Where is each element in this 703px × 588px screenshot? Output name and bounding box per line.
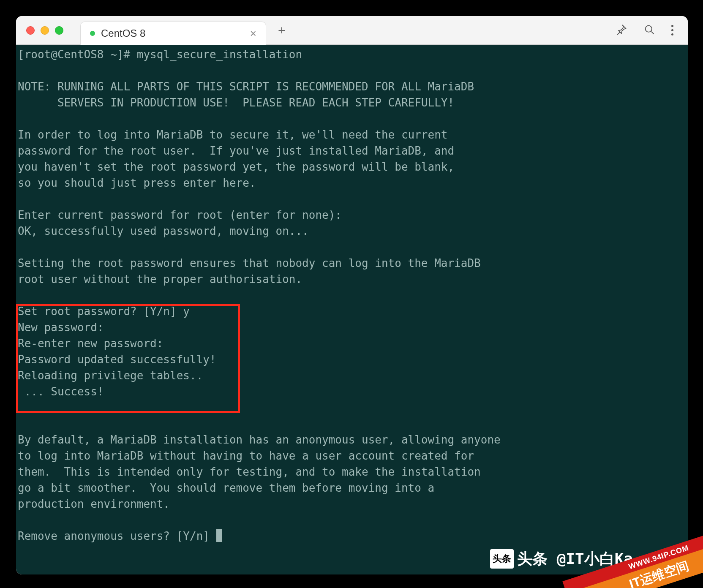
command-text: mysql_secure_installation bbox=[137, 48, 302, 61]
tab-centos8[interactable]: CentOS 8 × bbox=[80, 22, 266, 45]
terminal-line: production environment. bbox=[18, 498, 170, 510]
toutiao-watermark: 头条 头条 @IT小白Ka bbox=[490, 549, 633, 569]
terminal-line: you haven't set the root password yet, t… bbox=[18, 161, 454, 173]
close-window-button[interactable] bbox=[26, 26, 35, 35]
terminal-line: NOTE: RUNNING ALL PARTS OF THIS SCRIPT I… bbox=[18, 80, 474, 93]
pin-icon[interactable] bbox=[616, 24, 627, 37]
maximize-window-button[interactable] bbox=[55, 26, 63, 35]
terminal-line: ... Success! bbox=[18, 385, 104, 398]
prompt-text: [root@CentOS8 ~]# bbox=[18, 48, 137, 61]
terminal-line: Password updated successfully! bbox=[18, 353, 216, 366]
terminal-line: password for the root user. If you've ju… bbox=[18, 144, 454, 157]
terminal-line: so you should just press enter here. bbox=[18, 177, 256, 189]
terminal-cursor-icon bbox=[216, 529, 222, 542]
tab-close-icon[interactable]: × bbox=[250, 27, 256, 40]
terminal-line: In order to log into MariaDB to secure i… bbox=[18, 128, 447, 141]
titlebar-right-icons bbox=[616, 24, 673, 37]
terminal-line: go a bit smoother. You should remove the… bbox=[18, 482, 434, 494]
toutiao-watermark-text: 头条 @IT小白Ka bbox=[517, 551, 633, 567]
terminal-line: Set root password? [Y/n] y bbox=[18, 305, 190, 318]
terminal-line: By default, a MariaDB installation has a… bbox=[18, 433, 501, 446]
terminal-line: Remove anonymous users? [Y/n] bbox=[18, 530, 216, 542]
svg-line-1 bbox=[651, 31, 654, 34]
more-menu-icon[interactable] bbox=[671, 25, 673, 35]
tab-title: CentOS 8 bbox=[101, 27, 145, 39]
terminal-window: CentOS 8 × + [root@CentOS8 ~]# mysql_sec… bbox=[16, 16, 688, 574]
new-tab-button[interactable]: + bbox=[278, 23, 286, 38]
search-icon[interactable] bbox=[643, 24, 655, 37]
terminal-line: to log into MariaDB without having to ha… bbox=[18, 449, 474, 462]
minimize-window-button[interactable] bbox=[41, 26, 49, 35]
terminal-line: SERVERS IN PRODUCTION USE! PLEASE READ E… bbox=[18, 96, 454, 109]
terminal-line: New password: bbox=[18, 321, 104, 334]
terminal-line: root user without the proper authorisati… bbox=[18, 273, 302, 286]
terminal-body[interactable]: [root@CentOS8 ~]# mysql_secure_installat… bbox=[16, 45, 688, 574]
terminal-line: Re-enter new password: bbox=[18, 337, 163, 350]
terminal-line: Enter current password for root (enter f… bbox=[18, 209, 342, 221]
traffic-lights bbox=[26, 26, 63, 35]
terminal-line: them. This is intended only for testing,… bbox=[18, 466, 481, 478]
titlebar: CentOS 8 × + bbox=[16, 16, 688, 45]
terminal-line: Setting the root password ensures that n… bbox=[18, 257, 481, 270]
svg-point-0 bbox=[646, 25, 652, 32]
terminal-line: OK, successfully used password, moving o… bbox=[18, 225, 309, 237]
terminal-line: Reloading privilege tables.. bbox=[18, 369, 203, 382]
tab-status-dot-icon bbox=[90, 31, 95, 36]
toutiao-logo-icon: 头条 bbox=[490, 549, 514, 569]
